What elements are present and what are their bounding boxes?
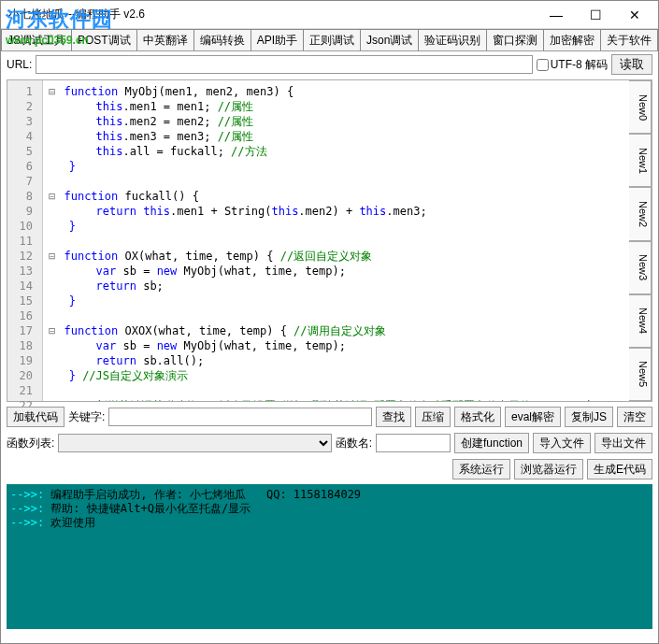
gen-ecode-button[interactable]: 生成E代码 — [587, 459, 652, 479]
code-editor: 12345678910111213141516171819202122 ⊟ fu… — [7, 79, 652, 402]
keyword-label: 关键字: — [68, 409, 105, 425]
close-button[interactable]: ✕ — [615, 2, 654, 28]
create-function-button[interactable]: 创建function — [454, 433, 529, 453]
find-button[interactable]: 查找 — [376, 407, 411, 427]
editor-side-tabs: New0 New1 New2 New3 New4 New5 — [629, 80, 652, 401]
export-file-button[interactable]: 导出文件 — [595, 433, 652, 453]
line-gutter: 12345678910111213141516171819202122 — [7, 80, 43, 401]
utf8-checkbox[interactable]: UTF-8 解码 — [537, 57, 608, 73]
load-code-button[interactable]: 加载代码 — [7, 407, 64, 427]
side-tab-new4[interactable]: New4 — [629, 294, 652, 348]
fnname-label: 函数名: — [336, 436, 372, 451]
run-row: 系统运行 浏览器运行 生成E代码 — [1, 456, 658, 482]
tab-about[interactable]: 关于软件 — [600, 29, 658, 50]
search-row: 加载代码 关键字: 查找 压缩 格式化 eval解密 复制JS 清空 — [1, 404, 658, 430]
utf8-check-input[interactable] — [537, 59, 549, 71]
copy-js-button[interactable]: 复制JS — [565, 407, 613, 427]
url-label: URL: — [7, 58, 32, 71]
fnname-input[interactable] — [376, 434, 451, 452]
side-tab-new2[interactable]: New2 — [629, 187, 652, 240]
url-row: URL: UTF-8 解码 读取 — [1, 51, 658, 78]
tab-crypto[interactable]: 加密解密 — [543, 29, 601, 50]
tab-window-probe[interactable]: 窗口探测 — [486, 29, 544, 50]
main-tabs: JS调试工具 POST调试 中英翻译 编码转换 API助手 正则调试 Json调… — [1, 29, 658, 51]
fnlist-label: 函数列表: — [7, 436, 54, 451]
eval-decrypt-button[interactable]: eval解密 — [505, 407, 561, 427]
window-title: 小七烤地瓜---编程助手 v2.6 — [5, 7, 537, 22]
minimize-button[interactable]: — — [537, 2, 576, 28]
clear-button[interactable]: 清空 — [617, 407, 652, 427]
read-button[interactable]: 读取 — [611, 54, 652, 75]
output-console[interactable]: -->>: 编程助手启动成功, 作者: 小七烤地瓜 QQ: 1158184029… — [7, 484, 652, 629]
side-tab-new1[interactable]: New1 — [629, 134, 652, 187]
tab-captcha[interactable]: 验证码识别 — [418, 29, 487, 50]
tab-regex[interactable]: 正则调试 — [303, 29, 361, 50]
format-button[interactable]: 格式化 — [454, 407, 501, 427]
tab-api[interactable]: API助手 — [251, 29, 304, 50]
tab-js-debug[interactable]: JS调试工具 — [1, 29, 72, 50]
code-area[interactable]: ⊟ function MyObj(men1, men2, men3) { thi… — [43, 80, 629, 401]
compress-button[interactable]: 压缩 — [415, 407, 451, 427]
tab-encode[interactable]: 编码转换 — [193, 29, 251, 50]
tab-json[interactable]: Json调试 — [360, 29, 419, 50]
maximize-button[interactable]: ☐ — [576, 2, 615, 28]
tab-post-debug[interactable]: POST调试 — [71, 29, 137, 50]
side-tab-new3[interactable]: New3 — [629, 241, 652, 294]
keyword-input[interactable] — [108, 408, 372, 426]
tab-translate[interactable]: 中英翻译 — [136, 29, 194, 50]
function-row: 函数列表: 函数名: 创建function 导入文件 导出文件 — [1, 430, 658, 456]
fnlist-select[interactable] — [58, 434, 331, 452]
side-tab-new0[interactable]: New0 — [629, 80, 652, 134]
system-run-button[interactable]: 系统运行 — [452, 459, 510, 479]
side-tab-new5[interactable]: New5 — [629, 348, 652, 401]
url-input[interactable] — [36, 55, 532, 74]
titlebar: 小七烤地瓜---编程助手 v2.6 — ☐ ✕ — [1, 1, 658, 29]
browser-run-button[interactable]: 浏览器运行 — [514, 459, 583, 479]
import-file-button[interactable]: 导入文件 — [533, 433, 591, 453]
